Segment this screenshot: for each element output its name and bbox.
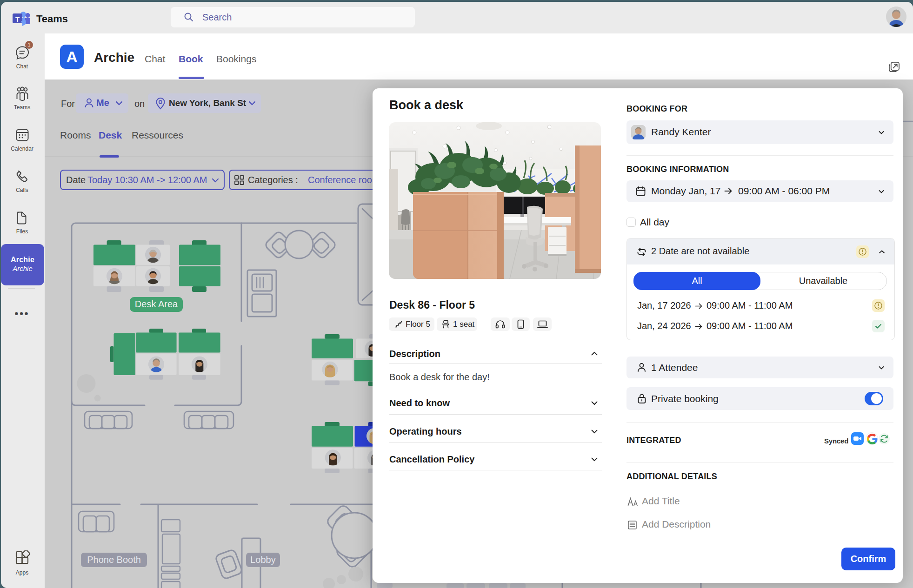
svg-text:Phone Booth: Phone Booth (87, 555, 141, 565)
svg-text:T: T (15, 15, 20, 23)
svg-text:Lobby: Lobby (250, 555, 276, 565)
svg-text:Desk Area: Desk Area (135, 299, 178, 309)
